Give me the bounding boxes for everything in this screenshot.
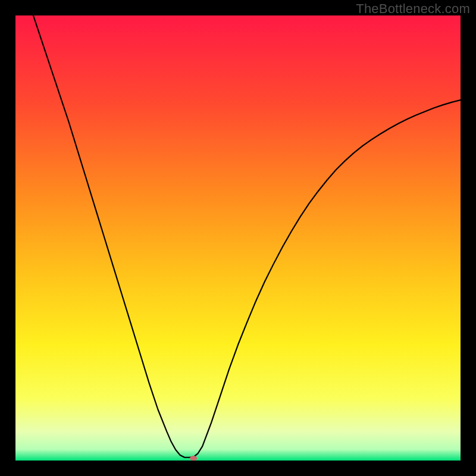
- watermark-text: TheBottleneck.com: [356, 1, 470, 17]
- chart-frame: TheBottleneck.com: [0, 0, 476, 476]
- plot-background: [15, 15, 461, 461]
- bottleneck-curve-chart: [15, 15, 461, 461]
